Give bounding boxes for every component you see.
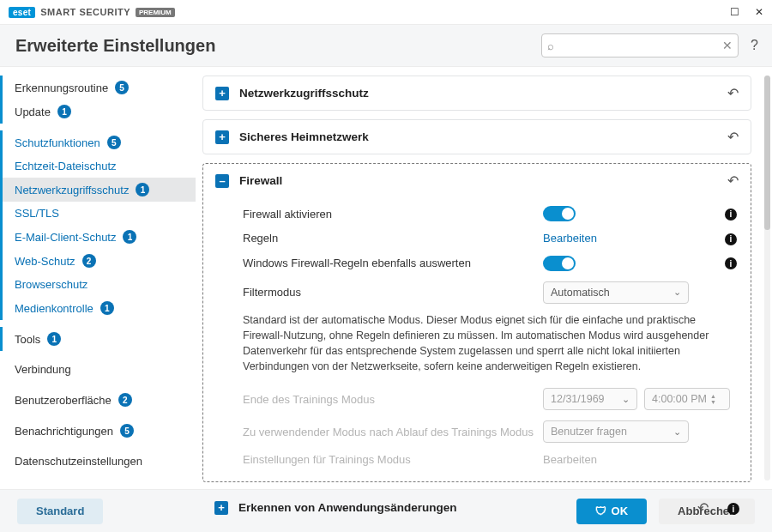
window-titlebar: eset SMART SECURITY PREMIUM ☐ ✕ [0,0,772,24]
search-icon: ⌕ [547,39,554,52]
sidebar-item-label: Web-Schutz [15,255,75,268]
sidebar-item-protections[interactable]: Schutzfunktionen 5 [0,130,196,154]
section-title: Erkennen von Anwendungsänderungen [238,501,457,514]
sidebar-item-notifications[interactable]: Benachrichtigungen 5 [0,419,196,443]
help-icon[interactable]: ? [751,38,758,53]
sidebar-item-browser[interactable]: Browserschutz [0,273,196,296]
default-button[interactable]: Standard [17,499,103,524]
section-home-network: + Sicheres Heimnetzwerk ↶ [202,119,751,154]
search-box[interactable]: ⌕ ✕ [541,33,739,57]
sidebar-item-tools[interactable]: Tools 1 [0,327,196,351]
sidebar: Erkennungsroutine 5 Update 1 Schutzfunkt… [0,67,196,489]
time-value: 4:00:00 PM [652,393,707,405]
setting-label: Ende des Trainings Modus [243,393,543,406]
sidebar-item-connection[interactable]: Verbindung [0,358,196,381]
eset-logo: eset [9,7,35,18]
info-icon[interactable]: i [727,500,739,516]
sidebar-item-ssl[interactable]: SSL/TLS [0,202,196,225]
setting-label: Firewall aktivieren [243,208,543,221]
info-icon[interactable]: i [725,207,737,221]
filter-mode-description: Standard ist der automatische Modus. Die… [243,309,737,384]
sidebar-item-label: Benutzeroberfläche [15,394,112,407]
select-value: Automatisch [551,287,610,299]
badge: 1 [100,301,114,315]
section-title: Netzwerkzugriffsschutz [239,87,369,100]
section-body: Firewall aktivieren i Regeln Bearbeiten … [203,197,751,481]
badge: 2 [82,254,96,268]
sidebar-item-email[interactable]: E-Mail-Client-Schutz 1 [0,225,196,249]
badge: 2 [118,393,132,407]
section-network-protection: + Netzwerkzugriffsschutz ↶ [202,76,751,111]
expand-icon[interactable]: + [214,501,228,515]
search-input[interactable] [558,39,722,51]
toggle-windows-rules[interactable] [543,256,576,271]
toggle-firewall-enable[interactable] [543,206,576,221]
row-training-end: Ende des Trainings Modus 12/31/1969 ⌄ 4:… [243,383,737,415]
badge: 1 [123,230,136,244]
training-end-time: 4:00:00 PM ▲▼ [644,388,730,410]
sidebar-item-update[interactable]: Update 1 [0,100,196,124]
revert-icon[interactable]: ↶ [727,172,739,189]
sidebar-item-label: Erkennungsroutine [15,82,108,94]
close-icon[interactable]: ✕ [755,6,763,18]
chevron-down-icon: ⌄ [673,426,681,438]
info-icon[interactable]: i [725,232,737,245]
setting-label: Einstellungen für Trainings Modus [243,453,543,466]
product-name: SMART SECURITY [40,7,130,17]
badge: 5 [115,81,129,94]
subsection-app-changes[interactable]: + Erkennen von Anwendungsänderungen ↶ i [202,491,751,524]
sidebar-item-label: Schutzfunktionen [15,136,100,149]
scrollbar-thumb[interactable] [764,76,770,230]
row-training-settings: Einstellungen für Trainings Modus Bearbe… [243,448,737,471]
sidebar-item-network-protection[interactable]: Netzwerkzugriffsschutz 1 [0,178,196,202]
sidebar-item-web[interactable]: Web-Schutz 2 [0,249,196,273]
badge: 1 [57,105,71,118]
filter-mode-select[interactable]: Automatisch ⌄ [543,281,689,304]
main-panel: + Netzwerkzugriffsschutz ↶ + Sicheres He… [196,67,772,489]
chevron-down-icon: ⌄ [622,394,630,405]
badge: 1 [47,332,61,346]
clear-search-icon[interactable]: ✕ [722,39,733,52]
sidebar-item-privacy[interactable]: Datenschutzeinstellungen [0,450,196,473]
revert-icon[interactable]: ↶ [727,85,739,101]
section-header[interactable]: + Netzwerkzugriffsschutz ↶ [203,76,751,110]
sidebar-item-label: SSL/TLS [15,207,59,220]
expand-icon[interactable]: + [215,130,229,144]
revert-icon[interactable]: ↶ [727,129,739,145]
section-header[interactable]: – Firewall ↶ [203,164,751,197]
revert-icon[interactable]: ↶ [697,499,709,516]
sidebar-item-label: E-Mail-Client-Schutz [15,231,116,244]
setting-label: Zu verwendender Modus nach Ablauf des Tr… [243,426,543,438]
window-controls: ☐ ✕ [730,6,763,18]
select-value: Benutzer fragen [551,426,627,438]
date-value: 12/31/1969 [551,393,605,405]
info-icon[interactable]: i [725,257,737,270]
sidebar-item-label: Tools [15,333,40,346]
sidebar-item-ui[interactable]: Benutzeroberfläche 2 [0,388,196,412]
badge: 1 [136,183,149,196]
row-firewall-enable: Firewall aktivieren i [243,201,737,227]
sidebar-item-label: Verbindung [15,363,71,376]
sidebar-item-detection[interactable]: Erkennungsroutine 5 [0,76,196,100]
expand-icon[interactable]: + [215,87,229,100]
edit-rules-link[interactable]: Bearbeiten [543,232,597,245]
sidebar-item-label: Datenschutzeinstellungen [15,455,142,468]
collapse-icon[interactable]: – [215,174,229,188]
sidebar-item-media[interactable]: Medienkontrolle 1 [0,296,196,320]
sidebar-item-realtime[interactable]: Echtzeit-Dateischutz [0,154,196,178]
maximize-icon[interactable]: ☐ [730,6,739,18]
header: Erweiterte Einstellungen ⌕ ✕ ? [0,24,772,67]
sidebar-item-label: Echtzeit-Dateischutz [15,160,117,172]
setting-label: Filtermodus [243,286,543,299]
spinner-icon: ▲▼ [710,393,719,405]
sidebar-item-label: Benachrichtigungen [15,425,113,438]
row-rules: Regeln Bearbeiten i [243,227,737,251]
edition-badge: PREMIUM [136,8,175,17]
sidebar-item-label: Netzwerkzugriffsschutz [15,184,129,196]
page-title: Erweiterte Einstellungen [15,36,215,56]
setting-label: Regeln [243,232,543,245]
section-header[interactable]: + Sicheres Heimnetzwerk ↶ [203,120,751,154]
row-filter-mode: Filtermodus Automatisch ⌄ [243,276,737,309]
row-windows-rules: Windows Firewall-Regeln ebenfalls auswer… [243,251,737,276]
chevron-down-icon: ⌄ [673,287,681,298]
